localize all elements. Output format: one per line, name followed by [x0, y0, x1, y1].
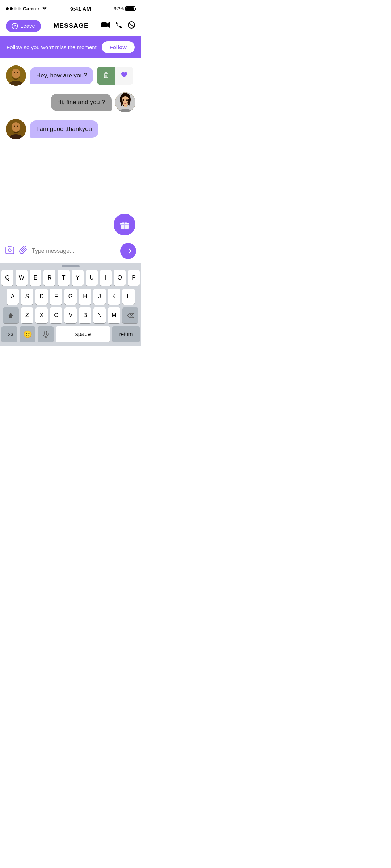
- key-b[interactable]: B: [79, 307, 91, 323]
- avatar-man-1[interactable]: [6, 65, 26, 86]
- svg-point-18: [123, 99, 124, 101]
- leave-x-icon: ✕: [12, 23, 18, 29]
- svg-rect-35: [45, 331, 47, 335]
- nav-title: MESSAGE: [54, 22, 89, 30]
- message-row-3: I am good ,thankyou: [6, 119, 135, 139]
- key-emoji[interactable]: 🙂: [20, 326, 35, 342]
- key-u[interactable]: U: [86, 270, 98, 286]
- message-text-3: I am good ,thankyou: [36, 125, 92, 132]
- battery-percent: 97%: [114, 6, 124, 12]
- key-return[interactable]: return: [112, 326, 140, 342]
- send-button[interactable]: [120, 243, 136, 259]
- svg-point-7: [17, 72, 18, 73]
- svg-point-19: [126, 99, 128, 101]
- swipe-bar: [62, 265, 80, 267]
- key-shift[interactable]: [3, 307, 19, 323]
- battery-icon: [125, 6, 135, 11]
- message-actions: [97, 67, 133, 85]
- key-d[interactable]: D: [35, 289, 48, 305]
- gift-area: [0, 210, 141, 239]
- key-space[interactable]: space: [56, 326, 110, 342]
- key-o[interactable]: O: [114, 270, 126, 286]
- svg-point-31: [12, 248, 13, 248]
- key-delete[interactable]: [122, 307, 138, 323]
- key-h[interactable]: H: [79, 289, 91, 305]
- input-area: [0, 239, 141, 263]
- key-i[interactable]: I: [100, 270, 112, 286]
- svg-rect-9: [104, 74, 108, 78]
- keyboard: Q W E R T Y U I O P A S D F G H J K L Z …: [0, 263, 141, 346]
- heart-icon: [120, 71, 128, 81]
- signal-dot-3: [14, 7, 17, 10]
- key-c[interactable]: C: [50, 307, 62, 323]
- wifi-icon: [42, 6, 47, 12]
- delete-action[interactable]: [97, 67, 115, 85]
- signal-dot-2: [10, 7, 13, 10]
- camera-icon[interactable]: [5, 246, 14, 256]
- follow-banner: Follow so you won't miss the moment Foll…: [0, 36, 141, 58]
- key-q[interactable]: Q: [1, 270, 13, 286]
- svg-point-30: [8, 249, 11, 252]
- phone-icon[interactable]: [115, 21, 122, 30]
- keyboard-row-bottom: 123 🙂 space return: [1, 326, 140, 342]
- svg-point-5: [12, 69, 20, 78]
- bubble-message-1: Hey, how are you?: [30, 67, 93, 84]
- key-x[interactable]: X: [35, 307, 48, 323]
- battery-fill: [126, 7, 134, 10]
- key-e[interactable]: E: [30, 270, 42, 286]
- status-bar: Carrier 9:41 AM 97%: [0, 0, 141, 16]
- message-input[interactable]: [32, 248, 116, 254]
- follow-banner-text: Follow so you won't miss the moment: [7, 44, 97, 50]
- key-numbers[interactable]: 123: [1, 326, 17, 342]
- status-left: Carrier: [6, 6, 47, 12]
- svg-rect-0: [101, 22, 107, 27]
- svg-marker-1: [107, 22, 110, 28]
- keyboard-row-3: Z X C V B N M: [1, 307, 140, 323]
- key-y[interactable]: Y: [72, 270, 84, 286]
- chat-area: Hey, how are you?: [0, 58, 141, 210]
- keyboard-swipe: [1, 265, 140, 267]
- block-icon[interactable]: [127, 21, 135, 31]
- key-a[interactable]: A: [7, 289, 19, 305]
- key-m[interactable]: M: [108, 307, 120, 323]
- avatar-woman[interactable]: [115, 92, 135, 112]
- key-f[interactable]: F: [50, 289, 62, 305]
- video-icon[interactable]: [101, 22, 110, 30]
- key-w[interactable]: W: [16, 270, 28, 286]
- carrier-label: Carrier: [23, 6, 39, 12]
- key-z[interactable]: Z: [21, 307, 33, 323]
- key-v[interactable]: V: [64, 307, 77, 323]
- signal-dot-4: [18, 7, 21, 10]
- trash-icon: [102, 71, 110, 81]
- key-n[interactable]: N: [93, 307, 106, 323]
- key-r[interactable]: R: [43, 270, 55, 286]
- key-l[interactable]: L: [122, 289, 135, 305]
- status-right: 97%: [114, 6, 135, 12]
- leave-button[interactable]: ✕ Leave: [6, 20, 41, 32]
- svg-point-23: [14, 126, 15, 127]
- nav-actions: [101, 21, 135, 31]
- key-k[interactable]: K: [108, 289, 120, 305]
- follow-button[interactable]: Follow: [102, 41, 135, 53]
- leave-label: Leave: [20, 23, 35, 29]
- svg-line-3: [129, 22, 134, 28]
- svg-marker-32: [8, 313, 14, 318]
- gift-button[interactable]: [114, 214, 135, 235]
- message-text-2: Hi, fine and you ?: [57, 99, 105, 106]
- key-g[interactable]: G: [64, 289, 77, 305]
- heart-action[interactable]: [115, 67, 133, 85]
- keyboard-row-1: Q W E R T Y U I O P: [1, 270, 140, 286]
- svg-point-22: [12, 122, 20, 132]
- nav-bar: ✕ Leave MESSAGE: [0, 16, 141, 36]
- message-row-2: Hi, fine and you ?: [6, 92, 135, 112]
- key-mic[interactable]: [38, 326, 54, 342]
- key-t[interactable]: T: [58, 270, 70, 286]
- message-row: Hey, how are you?: [6, 65, 135, 86]
- key-s[interactable]: S: [21, 289, 33, 305]
- attachment-icon[interactable]: [19, 246, 28, 256]
- avatar-man-2[interactable]: [6, 119, 26, 139]
- message-text-1: Hey, how are you?: [36, 72, 87, 79]
- key-j[interactable]: J: [93, 289, 106, 305]
- key-p[interactable]: P: [128, 270, 140, 286]
- bubble-message-3: I am good ,thankyou: [30, 120, 98, 138]
